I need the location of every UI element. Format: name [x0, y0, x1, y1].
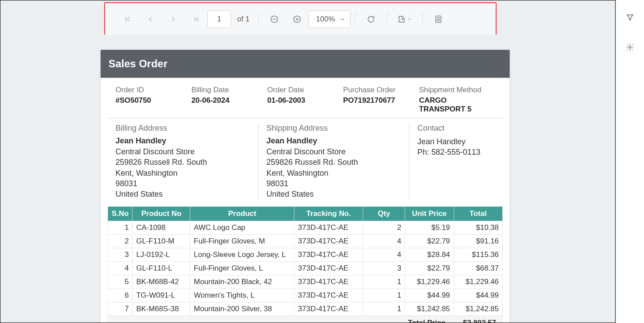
- toolbar-separator: [355, 13, 355, 26]
- toolbar-highlight-frame: of 1 100%: [104, 2, 497, 35]
- address-line: 98031: [116, 178, 250, 189]
- cell-sno: 3: [108, 248, 133, 262]
- cell-product-no: GL-F110-L: [133, 262, 190, 275]
- last-page-button[interactable]: [185, 8, 207, 31]
- cell-sno: 1: [108, 221, 133, 235]
- gear-icon: [626, 43, 634, 52]
- table-row: 4GL-F110-LFull-Finger Gloves, L373D-417C…: [108, 262, 503, 275]
- first-page-icon: [123, 15, 132, 24]
- address-title: Shipping Address: [266, 124, 401, 133]
- contact-col: Contact Jean Handley Ph: 582-555-0113: [410, 124, 503, 199]
- meta-label: Purchase Order: [343, 86, 419, 94]
- cell-tracking: 373D-417C-AE: [294, 248, 363, 262]
- prev-page-button[interactable]: [139, 8, 162, 31]
- address-line: 98031: [266, 178, 401, 189]
- page-number-input[interactable]: [207, 10, 231, 28]
- col-total: Total: [454, 207, 502, 221]
- meta-label: Billing Date: [191, 86, 267, 94]
- cell-qty: 1: [363, 275, 405, 289]
- address-line: United States: [266, 189, 401, 199]
- cell-product: Mountain-200 Silver, 38: [190, 302, 294, 316]
- zoom-select[interactable]: 100%: [308, 10, 350, 28]
- cell-product: AWC Logo Cap: [190, 221, 294, 235]
- report-document: Sales Order Order ID #SO50750 Billing Da…: [101, 50, 510, 323]
- cell-tracking: 373D-417C-AE: [294, 275, 363, 289]
- toolbar-separator: [258, 13, 259, 26]
- page-icon: [434, 15, 443, 24]
- table-row: 5BK-M68B-42Mountain-200 Black, 42373D-41…: [108, 275, 503, 289]
- cell-unit-price: $28.84: [405, 248, 454, 262]
- cell-total: $68.37: [454, 262, 502, 275]
- total-price-value: $2,802.57: [451, 316, 502, 323]
- next-page-button[interactable]: [162, 8, 185, 31]
- cell-tracking: 373D-417C-AE: [294, 302, 363, 316]
- address-name: Jean Handley: [266, 136, 401, 146]
- settings-button[interactable]: [619, 36, 641, 59]
- cell-tracking: 373D-417C-AE: [294, 262, 363, 275]
- table-row: 3LJ-0192-LLong-Sleeve Logo Jersey, L373D…: [108, 248, 503, 262]
- cell-product-no: TG-W091-L: [133, 289, 190, 302]
- filter-icon: [626, 13, 634, 22]
- page-setup-button[interactable]: [427, 8, 450, 31]
- cell-product-no: BK-M68S-38: [133, 302, 190, 316]
- cell-sno: 6: [108, 289, 133, 302]
- cell-qty: 3: [363, 262, 405, 275]
- address-title: Contact: [417, 124, 495, 133]
- cell-product: Full-Finger Gloves, M: [190, 235, 294, 248]
- cell-total: $115.36: [454, 248, 502, 262]
- address-title: Billing Address: [116, 124, 250, 133]
- cell-unit-price: $1,242.85: [405, 302, 454, 316]
- zoom-in-button[interactable]: [286, 8, 308, 31]
- cell-tracking: 373D-417C-AE: [294, 235, 363, 248]
- meta-order-date: Order Date 01-06-2003: [267, 86, 343, 114]
- meta-value: CARGO TRANSPORT 5: [419, 96, 495, 114]
- cell-sno: 2: [108, 235, 133, 248]
- export-icon: [397, 15, 406, 24]
- first-page-button[interactable]: [116, 8, 139, 31]
- refresh-icon: [367, 15, 375, 24]
- cell-total: $10.38: [454, 221, 502, 235]
- table-header-row: S.No Product No Product Tracking No. Qty…: [108, 207, 503, 221]
- cell-unit-price: $5.19: [405, 221, 454, 235]
- contact-phone: Ph: 582-555-0113: [417, 147, 495, 157]
- meta-billing-date: Billing Date 20-06-2024: [191, 86, 267, 114]
- meta-order-id: Order ID #SO50750: [116, 86, 191, 114]
- export-button[interactable]: [392, 8, 418, 31]
- shipping-address-col: Shipping Address Jean Handley Central Di…: [259, 124, 410, 199]
- meta-label: Shippment Method: [419, 86, 495, 94]
- address-name: Jean Handley: [116, 136, 250, 146]
- cell-sno: 5: [108, 275, 133, 289]
- last-page-icon: [192, 15, 200, 24]
- cell-product: Full-Finger Gloves, L: [190, 262, 294, 275]
- cell-qty: 2: [363, 221, 405, 235]
- zoom-out-button[interactable]: [263, 8, 286, 31]
- table-row: 1CA-1098AWC Logo Cap373D-417C-AE2$5.19$1…: [108, 221, 503, 235]
- cell-unit-price: $22.79: [405, 262, 454, 275]
- cell-total: $1,242.85: [454, 302, 502, 316]
- meta-value: 01-06-2003: [267, 96, 343, 105]
- filter-button[interactable]: [619, 6, 641, 29]
- contact-name: Jean Handley: [417, 136, 495, 147]
- cell-product-no: LJ-0192-L: [133, 248, 190, 262]
- cell-product-no: BK-M68B-42: [133, 275, 190, 289]
- cell-sno: 4: [108, 262, 133, 275]
- address-line: Kent, Washington: [266, 168, 401, 178]
- chevron-right-icon: [169, 15, 178, 24]
- refresh-button[interactable]: [360, 8, 382, 31]
- meta-value: PO7192170677: [343, 96, 419, 105]
- table-row: 6TG-W091-LWomen's Tights, L373D-417C-AE1…: [108, 289, 503, 302]
- billing-address-col: Billing Address Jean Handley Central Dis…: [108, 124, 259, 199]
- cell-unit-price: $22.79: [405, 235, 454, 248]
- address-line: 259826 Russell Rd. South: [266, 157, 401, 167]
- cell-tracking: 373D-417C-AE: [294, 221, 363, 235]
- zoom-in-icon: [293, 15, 301, 24]
- cell-total: $1,229.46: [454, 275, 502, 289]
- items-table: S.No Product No Product Tracking No. Qty…: [108, 206, 503, 316]
- address-line: 259826 Russell Rd. South: [116, 157, 250, 167]
- table-row: 2GL-F110-MFull-Finger Gloves, M373D-417C…: [108, 235, 503, 248]
- address-row: Billing Address Jean Handley Central Dis…: [101, 118, 510, 206]
- col-qty: Qty: [363, 207, 405, 221]
- cell-total: $44.99: [454, 289, 502, 302]
- cell-product-no: GL-F110-M: [133, 235, 190, 248]
- toolbar-separator: [387, 13, 387, 26]
